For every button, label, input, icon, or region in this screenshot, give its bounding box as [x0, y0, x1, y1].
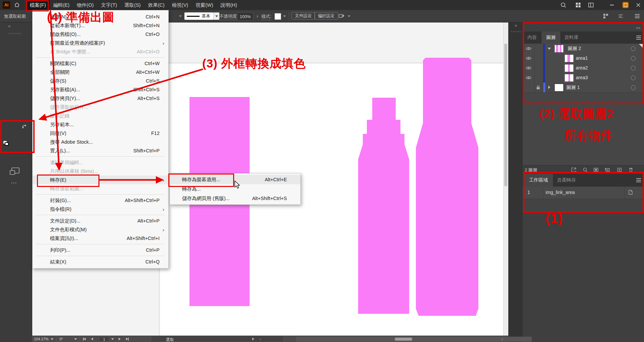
rotation-select[interactable]: 0°: [59, 337, 63, 341]
next-artboard-button[interactable]: [119, 337, 121, 341]
menubar-item[interactable]: 編輯(E): [50, 0, 73, 10]
menu-item[interactable]: 儲存選取的切片...: [33, 103, 168, 111]
object-thumbnail[interactable]: [564, 74, 574, 82]
menu-item[interactable]: 關閉檔案(C) Ctrl+W: [33, 59, 168, 68]
status-display[interactable]: 選取: [151, 336, 284, 342]
menubar-item[interactable]: 說明(H): [217, 0, 241, 10]
menu-item[interactable]: 文件色彩模式(M) ›: [33, 225, 168, 234]
dock-options-icon[interactable]: [618, 13, 624, 19]
layer-target-icon[interactable]: [631, 85, 636, 90]
collapse-panels-icon[interactable]: «: [515, 23, 517, 28]
style-swatch[interactable]: [274, 13, 281, 20]
menu-item[interactable]: 儲存(S) Ctrl+S: [33, 77, 168, 85]
previous-artboard-button[interactable]: [91, 337, 93, 341]
menu-item[interactable]: 另存新檔(A)... Shift+Ctrl+S: [33, 85, 168, 94]
magenta-bottle-object-large[interactable]: [416, 58, 478, 316]
artboard-dropdown-icon[interactable]: [111, 338, 114, 340]
status-menu-button[interactable]: [252, 337, 254, 341]
tab-artboards[interactable]: 工作區域: [524, 174, 553, 187]
horizontal-scrollbar-thumb[interactable]: [395, 338, 412, 341]
trash-icon[interactable]: [628, 167, 634, 173]
align-options-dropdown[interactable]: [346, 12, 352, 20]
grid-options-icon[interactable]: [603, 13, 608, 19]
artboard-row-name[interactable]: img_link_area: [546, 190, 575, 195]
menubar-item[interactable]: 效果(C): [144, 0, 168, 10]
artboard-row[interactable]: 1 img_link_area: [523, 187, 644, 199]
collect-for-export-icon[interactable]: [571, 167, 576, 173]
menu-item[interactable]: 搜尋 Adobe Stock...: [33, 138, 168, 146]
menubar-item[interactable]: 視窗(W): [192, 0, 217, 10]
menu-item[interactable]: 在 Bridge 中瀏覽... Alt+Ctrl+O: [33, 47, 168, 56]
layer-name[interactable]: 圖層 2: [568, 46, 581, 52]
menu-item[interactable]: 指令檔(R) ›: [33, 205, 168, 213]
object-name[interactable]: area3: [576, 75, 588, 80]
layer-target-icon[interactable]: [631, 46, 636, 51]
menu-item[interactable]: 邀請參與編輯...: [33, 158, 168, 167]
layer-name[interactable]: 圖層 1: [566, 85, 580, 91]
vertical-scrollbar[interactable]: [503, 22, 508, 336]
document-setup-button[interactable]: 文件設定: [292, 12, 315, 19]
vertical-scrollbar-thumb[interactable]: [504, 44, 507, 186]
menu-item[interactable]: 轉存(E) ›: [33, 176, 168, 184]
menu-item[interactable]: 版本記錄: [33, 111, 168, 120]
artboard-page-icon[interactable]: [628, 189, 634, 195]
object-name[interactable]: area1: [576, 55, 588, 61]
stroke-width-dropdown[interactable]: [177, 12, 183, 20]
lock-icon[interactable]: [536, 85, 540, 90]
layer-row-area1[interactable]: area1: [523, 53, 644, 63]
opacity-input[interactable]: 100%: [237, 12, 253, 20]
object-name[interactable]: area2: [576, 65, 588, 70]
preferences-button[interactable]: 偏好設定: [314, 12, 338, 19]
menu-item[interactable]: 從範本新增(T)... Shift+Ctrl+N: [33, 21, 168, 30]
menu-item[interactable]: 共用以供審核 (Beta)...: [33, 167, 168, 176]
menu-item[interactable]: 文件設定(D)... Alt+Ctrl+P: [33, 216, 168, 225]
home-icon[interactable]: [14, 2, 20, 8]
menubar-item[interactable]: 物件(O): [73, 0, 97, 10]
layer-row-layer1[interactable]: 圖層 1: [523, 83, 644, 93]
menu-item[interactable]: 列印(P)... Ctrl+P: [33, 246, 168, 254]
toolbar-overflow-icon[interactable]: ⋯: [11, 179, 17, 187]
menu-item[interactable]: 封裝(G)... Alt+Shift+Ctrl+P: [33, 196, 168, 205]
object-thumbnail[interactable]: [564, 64, 574, 72]
menu-item[interactable]: 全部關閉 Alt+Ctrl+W: [33, 68, 168, 77]
eye-icon[interactable]: [526, 47, 531, 50]
search-icon[interactable]: [560, 2, 566, 8]
menu-item-save-for-web[interactable]: 儲存為網頁用 (舊版)... Alt+Shift+Ctrl+S: [170, 194, 300, 203]
horizontal-scrollbar[interactable]: [296, 337, 532, 342]
layer-thumbnail[interactable]: [554, 45, 564, 53]
menu-item[interactable]: 打開最近使用過的檔案(F) ›: [33, 39, 168, 47]
eye-icon[interactable]: [526, 76, 531, 80]
restore-button[interactable]: [620, 0, 631, 10]
menu-item[interactable]: 置入(L)... Shift+Ctrl+P: [33, 146, 168, 155]
stroke-style-dropdown-button[interactable]: [213, 12, 219, 20]
stroke-style-select[interactable]: 基本: [184, 12, 213, 20]
close-button[interactable]: [633, 0, 644, 10]
eye-icon[interactable]: [526, 66, 531, 70]
menu-item[interactable]: 轉存選取範圍...: [33, 184, 168, 193]
opacity-expand-button[interactable]: ›: [255, 12, 260, 20]
locate-object-icon[interactable]: [583, 167, 588, 173]
tab-properties[interactable]: 內容: [523, 32, 542, 44]
object-thumbnail[interactable]: [564, 54, 574, 62]
layer-row-area2[interactable]: area2: [523, 63, 644, 73]
eye-icon[interactable]: [526, 56, 531, 60]
first-artboard-button[interactable]: [83, 337, 86, 341]
zoom-dropdown-icon[interactable]: [51, 338, 53, 340]
make-mask-icon[interactable]: [593, 167, 599, 173]
arrange-documents-icon[interactable]: [588, 2, 594, 8]
layer-thumbnail[interactable]: [554, 84, 564, 92]
menubar-item[interactable]: 檔案(F): [26, 0, 50, 10]
chevron-down-icon[interactable]: [548, 48, 551, 50]
opacity-label[interactable]: 不透明度:: [219, 13, 238, 20]
menu-item[interactable]: 新增(N)... Ctrl+N: [33, 12, 168, 21]
tab-layers[interactable]: 圖層: [542, 32, 560, 44]
menubar-item[interactable]: 文字(T): [97, 0, 121, 10]
artboard-number-field[interactable]: 1: [99, 337, 109, 342]
zoom-level-select[interactable]: 104.17%: [34, 337, 48, 341]
chevron-right-icon[interactable]: [548, 86, 550, 89]
layer-row-layer2[interactable]: 圖層 2: [523, 44, 644, 54]
default-fill-stroke-icon[interactable]: [3, 141, 10, 147]
menu-item[interactable]: 回復(V) F12: [33, 129, 168, 138]
swap-fill-stroke-icon[interactable]: [22, 124, 28, 129]
new-layer-icon[interactable]: [617, 167, 622, 173]
